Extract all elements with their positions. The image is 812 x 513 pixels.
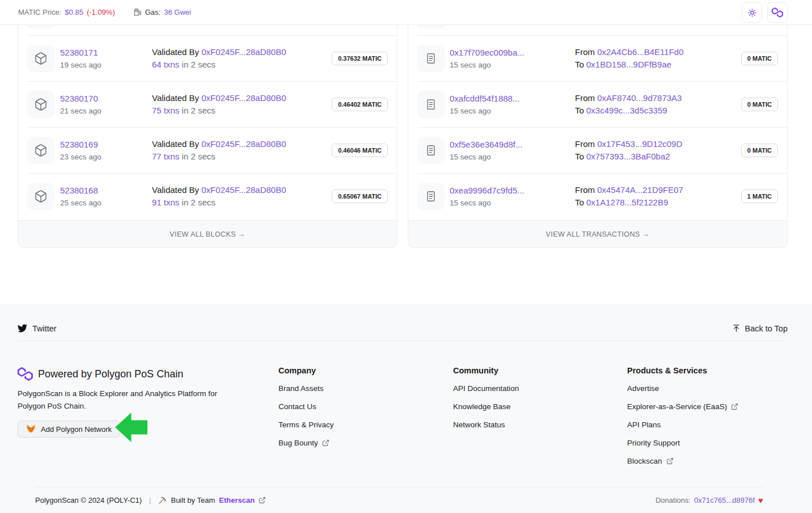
transaction-document-icon xyxy=(417,45,445,72)
footer-link-api-plans[interactable]: API Plans xyxy=(627,421,788,429)
block-number-link[interactable]: 52380170 xyxy=(60,92,102,105)
tx-age: 15 secs ago xyxy=(450,197,525,209)
built-by-text: Built by Team xyxy=(171,496,215,504)
topbar: MATIC Price: $0.85 (-1.09%) Gas: 36 Gwei xyxy=(0,0,812,25)
view-all-transactions-button[interactable]: VIEW ALL TRANSACTIONS → xyxy=(408,220,787,247)
block-row: 52380168 25 secs ago Validated By 0xF024… xyxy=(18,174,397,219)
etherscan-link[interactable]: Etherscan xyxy=(219,496,255,504)
footer-link-priority-support[interactable]: Priority Support xyxy=(627,439,788,447)
to-label: To xyxy=(575,152,584,161)
validated-by-label: Validated By xyxy=(152,93,199,103)
community-column-title: Community xyxy=(453,366,627,375)
block-number-link[interactable]: 52380169 xyxy=(60,138,102,151)
validated-by-label: Validated By xyxy=(152,139,199,149)
block-number-link[interactable]: 52380168 xyxy=(60,184,102,197)
block-age: 19 secs ago xyxy=(60,59,102,71)
twitter-label: Twitter xyxy=(32,324,57,333)
block-txns-link[interactable]: 75 txns xyxy=(152,106,179,115)
tx-hash-link[interactable]: 0xafcddf54f1888... xyxy=(450,92,519,105)
tx-to-link[interactable]: 0x3c499c...3d5c3359 xyxy=(586,106,667,115)
block-txns-link[interactable]: 91 txns xyxy=(152,197,179,207)
site-description: PolygonScan is a Block Explorer and Anal… xyxy=(18,388,244,413)
cut-off-row-sliver xyxy=(27,25,54,28)
to-label: To xyxy=(575,106,584,115)
donations-address-link[interactable]: 0x71c765...d8976f xyxy=(694,496,755,504)
block-number-link[interactable]: 52380171 xyxy=(60,47,102,59)
arrow-up-to-line-icon xyxy=(732,324,741,333)
latest-transactions-card: 0x17f709ec009ba... 15 secs ago From 0x2A… xyxy=(408,25,788,248)
footer-link-network-status[interactable]: Network Status xyxy=(453,421,627,429)
footer-link-blockscan[interactable]: Blockscan xyxy=(627,457,788,465)
footer-link-api-documentation[interactable]: API Documentation xyxy=(453,384,627,393)
tx-from-link[interactable]: 0x2A4Cb6...B4E11Fd0 xyxy=(597,47,683,57)
network-menu-button[interactable] xyxy=(767,2,788,23)
footer-link-brand-assets[interactable]: Brand Assets xyxy=(278,384,453,393)
twitter-link[interactable]: Twitter xyxy=(18,323,57,333)
copyright-text: PolygonScan © 2024 (POLY-C1) xyxy=(35,496,142,504)
block-txn-time: in 2 secs xyxy=(182,60,215,69)
transaction-row: 0xf5e36e3649d8f... 15 secs ago From 0x17… xyxy=(408,128,787,173)
external-link-icon xyxy=(666,457,674,465)
add-polygon-network-button[interactable]: Add Polygon Network xyxy=(18,421,120,438)
matic-price-value[interactable]: $0.85 xyxy=(65,8,83,16)
block-reward-badge: 0.46046 MATIC xyxy=(332,144,388,157)
footer-link-label: Contact Us xyxy=(278,402,316,411)
tx-value-badge: 0 MATIC xyxy=(741,144,778,157)
tx-to-link[interactable]: 0x1BD158...9DFfB9ae xyxy=(586,60,671,69)
from-label: From xyxy=(575,47,595,57)
external-link-icon xyxy=(322,439,329,447)
footer-link-bug-bounty[interactable]: Bug Bounty xyxy=(278,439,453,447)
block-cube-icon xyxy=(27,45,54,72)
from-label: From xyxy=(575,185,595,195)
validated-by-label: Validated By xyxy=(152,185,199,195)
block-txns-link[interactable]: 64 txns xyxy=(152,60,179,69)
validator-link[interactable]: 0xF0245F...28aD80B0 xyxy=(201,93,286,103)
transaction-row: 0x17f709ec009ba... 15 secs ago From 0x2A… xyxy=(408,36,787,81)
validated-by-label: Validated By xyxy=(152,47,199,57)
tx-from-link[interactable]: 0xAF8740...9d7873A3 xyxy=(597,93,682,103)
block-row: 52380170 21 secs ago Validated By 0xF024… xyxy=(18,82,397,127)
latest-blocks-card: 52380171 19 secs ago Validated By 0xF024… xyxy=(18,25,397,248)
block-txn-time: in 2 secs xyxy=(182,152,215,161)
block-cube-icon xyxy=(27,183,54,210)
polygon-logo-icon xyxy=(772,7,783,18)
back-to-top-label: Back to Top xyxy=(745,324,788,333)
theme-toggle-button[interactable] xyxy=(742,2,762,23)
tx-from-link[interactable]: 0x45474A...21D9FE07 xyxy=(597,185,683,195)
validator-link[interactable]: 0xF0245F...28aD80B0 xyxy=(201,185,286,195)
view-all-blocks-button[interactable]: VIEW ALL BLOCKS → xyxy=(18,220,397,247)
footer-link-contact-us[interactable]: Contact Us xyxy=(278,402,453,411)
powered-by-title: Powered by Polygon PoS Chain xyxy=(38,368,183,380)
validator-link[interactable]: 0xF0245F...28aD80B0 xyxy=(201,47,286,57)
tx-hash-link[interactable]: 0xf5e36e3649d8f... xyxy=(450,138,522,151)
separator: | xyxy=(149,496,151,504)
tx-hash-link[interactable]: 0xea9996d7c9fd5... xyxy=(450,184,525,197)
block-txns-link[interactable]: 77 txns xyxy=(152,152,179,161)
tx-age: 15 secs ago xyxy=(450,151,522,163)
tx-to-link[interactable]: 0x1A1278...5f2122B9 xyxy=(586,197,668,207)
external-link-icon xyxy=(731,403,738,410)
footer-link-eaas[interactable]: Explorer-as-a-Service (EaaS) xyxy=(627,402,788,411)
transaction-row: 0xea9996d7c9fd5... 15 secs ago From 0x45… xyxy=(408,174,787,219)
tx-value-badge: 0 MATIC xyxy=(741,52,778,65)
block-reward-badge: 0.37632 MATIC xyxy=(332,52,388,65)
donations-label: Donations: xyxy=(655,496,691,504)
transaction-document-icon xyxy=(417,137,445,164)
metamask-fox-icon xyxy=(26,424,36,434)
tx-value-badge: 1 MATIC xyxy=(741,190,778,203)
block-age: 21 secs ago xyxy=(60,105,102,117)
footer-link-advertise[interactable]: Advertise xyxy=(627,384,788,393)
polygon-logo-icon xyxy=(18,367,33,381)
gas-value[interactable]: 36 Gwei xyxy=(164,8,191,16)
footer-link-label: API Documentation xyxy=(453,384,519,393)
products-column-title: Products & Services xyxy=(627,366,788,375)
tx-from-link[interactable]: 0x17F453...9D12c09D xyxy=(597,139,682,149)
tx-hash-link[interactable]: 0x17f709ec009ba... xyxy=(450,47,525,59)
validator-link[interactable]: 0xF0245F...28aD80B0 xyxy=(201,139,286,149)
block-reward-badge: 0.65067 MATIC xyxy=(332,190,388,203)
footer-link-terms-privacy[interactable]: Terms & Privacy xyxy=(278,421,453,429)
back-to-top-button[interactable]: Back to Top xyxy=(732,324,788,333)
tx-to-link[interactable]: 0x757393...3BaF0ba2 xyxy=(586,152,670,161)
footer-link-knowledge-base[interactable]: Knowledge Base xyxy=(453,402,627,411)
company-column-title: Company xyxy=(278,366,453,375)
